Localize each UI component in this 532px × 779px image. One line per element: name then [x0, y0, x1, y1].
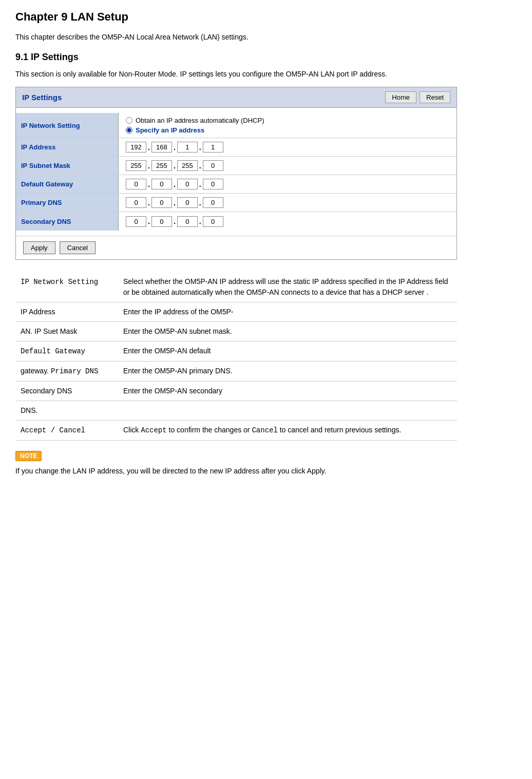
description-table: IP Network Setting Select whether the OM… — [15, 272, 457, 441]
section-title: 9.1 IP Settings — [15, 52, 517, 63]
note-badge: NOTE — [15, 451, 42, 461]
desc-row-dns: DNS. — [15, 401, 457, 421]
default-gateway-row: Default Gateway . . . — [16, 175, 457, 194]
apply-button[interactable]: Apply — [23, 241, 55, 254]
desc-row-secondary-dns: Secondary DNS Enter the OM5P-AN secondar… — [15, 382, 457, 401]
desc-row-gateway: Default Gateway Enter the OM5P-AN defaul… — [15, 341, 457, 362]
secondary-dns-oct1[interactable] — [126, 216, 146, 227]
panel-header-buttons: Home Reset — [385, 91, 450, 103]
primary-dns-dot-2: . — [174, 199, 176, 207]
page-title: Chapter 9 LAN Setup — [15, 10, 517, 24]
dhcp-radio[interactable] — [126, 117, 132, 124]
desc-text-secondary-dns: Enter the OM5P-AN secondary — [118, 382, 457, 401]
primary-dns-oct1[interactable] — [126, 197, 146, 208]
dhcp-label: Obtain an IP address automatically (DHCP… — [136, 117, 264, 124]
ip-subnet-mask-row: IP Subnet Mask . . . — [16, 157, 457, 175]
panel-title: IP Settings — [22, 93, 62, 102]
ip-address-input-group: . . . — [126, 142, 223, 153]
desc-term-dns: DNS. — [15, 401, 118, 421]
ip-address-label: IP Address — [16, 138, 119, 156]
ip-subnet-mask-label: IP Subnet Mask — [16, 157, 119, 175]
ip-address-content: . . . — [119, 139, 231, 156]
secondary-dns-row: Secondary DNS . . . — [16, 212, 457, 231]
ip-subnet-input-group: . . . — [126, 160, 223, 171]
ip-subnet-mask-content: . . . — [119, 157, 231, 174]
ip-dot-3: . — [199, 143, 201, 151]
ip-oct3[interactable] — [177, 142, 198, 153]
panel-header: IP Settings Home Reset — [16, 87, 457, 108]
primary-dns-input-group: . . . — [126, 197, 223, 208]
subnet-dot-1: . — [148, 162, 150, 170]
gateway-oct4[interactable] — [203, 179, 223, 189]
ip-dot-2: . — [174, 143, 176, 151]
subnet-dot-2: . — [174, 162, 176, 170]
gateway-oct1[interactable] — [126, 179, 146, 189]
intro-text: This chapter describes the OM5P-AN Local… — [15, 32, 517, 43]
subnet-dot-3: . — [199, 162, 201, 170]
static-radio[interactable] — [126, 127, 132, 134]
gateway-dot-2: . — [174, 180, 176, 188]
ip-oct1[interactable] — [126, 142, 146, 153]
note-section: NOTE If you change the LAN IP address, y… — [15, 451, 517, 477]
ip-network-setting-row: IP Network Setting Obtain an IP address … — [16, 113, 457, 138]
ip-dot-1: . — [148, 143, 150, 151]
secondary-dns-dot-2: . — [174, 217, 176, 225]
subnet-oct3[interactable] — [177, 160, 198, 171]
desc-term-subnet: AN. IP Suet Mask — [15, 322, 118, 341]
gateway-dot-1: . — [148, 180, 150, 188]
primary-dns-dot-3: . — [199, 199, 201, 207]
secondary-dns-oct4[interactable] — [203, 216, 223, 227]
subnet-oct1[interactable] — [126, 160, 146, 171]
secondary-dns-oct2[interactable] — [151, 216, 172, 227]
desc-text-subnet: Enter the OM5P-AN subnet mask. — [118, 322, 457, 341]
static-option-row: Specify an IP address — [126, 126, 264, 134]
ip-oct2[interactable] — [151, 142, 172, 153]
reset-button[interactable]: Reset — [420, 91, 450, 103]
section-intro: This section is only available for Non-R… — [15, 69, 517, 80]
desc-term-ip-network: IP Network Setting — [15, 272, 118, 302]
primary-dns-label: Primary DNS — [16, 194, 119, 212]
desc-term-accept-cancel: Accept / Cancel — [15, 421, 118, 441]
desc-term-secondary-dns: Secondary DNS — [15, 382, 118, 401]
default-gateway-content: . . . — [119, 176, 231, 193]
secondary-dns-dot-1: . — [148, 217, 150, 225]
primary-dns-oct2[interactable] — [151, 197, 172, 208]
subnet-oct4[interactable] — [203, 160, 223, 171]
desc-term-ip-address: IP Address — [15, 302, 118, 322]
desc-row-primary-dns: gateway. Primary DNS Enter the OM5P-AN p… — [15, 362, 457, 382]
gateway-oct3[interactable] — [177, 179, 198, 189]
desc-text-accept-cancel: Click Accept to confirm the changes or C… — [118, 421, 457, 441]
secondary-dns-oct3[interactable] — [177, 216, 198, 227]
primary-dns-content: . . . — [119, 194, 231, 211]
cancel-button[interactable]: Cancel — [60, 241, 96, 254]
panel-body: IP Network Setting Obtain an IP address … — [16, 108, 457, 236]
ip-oct4[interactable] — [203, 142, 223, 153]
desc-row-ip-network: IP Network Setting Select whether the OM… — [15, 272, 457, 302]
primary-dns-oct4[interactable] — [203, 197, 223, 208]
desc-term-primary-dns: gateway. Primary DNS — [15, 362, 118, 382]
desc-text-primary-dns: Enter the OM5P-AN primary DNS. — [118, 362, 457, 382]
default-gateway-input-group: . . . — [126, 179, 223, 189]
ip-network-setting-options: Obtain an IP address automatically (DHCP… — [119, 113, 271, 138]
gateway-oct2[interactable] — [151, 179, 172, 189]
default-gateway-label: Default Gateway — [16, 175, 119, 193]
desc-text-dns — [118, 401, 457, 421]
desc-row-ip-address: IP Address Enter the IP address of the O… — [15, 302, 457, 322]
primary-dns-row: Primary DNS . . . — [16, 194, 457, 212]
panel-footer: Apply Cancel — [16, 236, 457, 259]
desc-text-gateway: Enter the OM5P-AN default — [118, 341, 457, 362]
desc-text-ip-network: Select whether the OM5P-AN IP address wi… — [118, 272, 457, 302]
secondary-dns-input-group: . . . — [126, 216, 223, 227]
desc-row-accept-cancel: Accept / Cancel Click Accept to confirm … — [15, 421, 457, 441]
primary-dns-oct3[interactable] — [177, 197, 198, 208]
ip-network-setting-label: IP Network Setting — [16, 113, 119, 138]
secondary-dns-content: . . . — [119, 213, 231, 230]
home-button[interactable]: Home — [385, 91, 416, 103]
subnet-oct2[interactable] — [151, 160, 172, 171]
gateway-dot-3: . — [199, 180, 201, 188]
ip-address-row: IP Address . . . — [16, 138, 457, 157]
dhcp-option-row: Obtain an IP address automatically (DHCP… — [126, 117, 264, 124]
desc-term-gateway: Default Gateway — [15, 341, 118, 362]
primary-dns-dot-1: . — [148, 199, 150, 207]
desc-row-subnet: AN. IP Suet Mask Enter the OM5P-AN subne… — [15, 322, 457, 341]
